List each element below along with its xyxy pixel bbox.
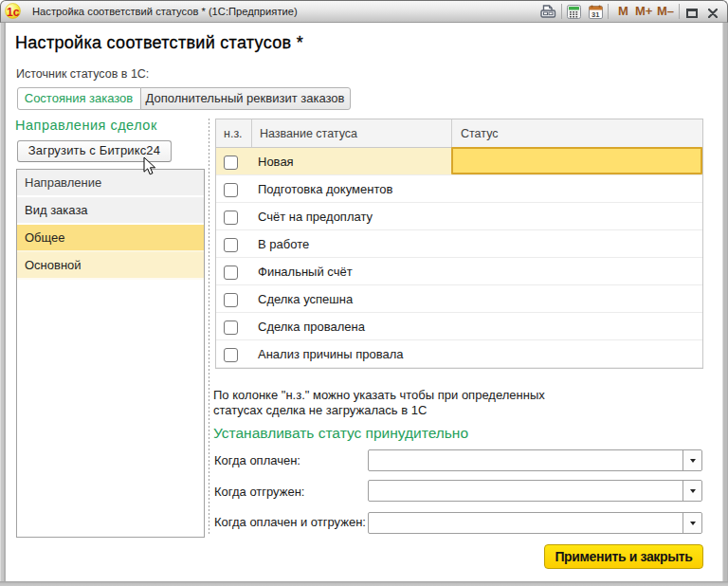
svg-text:31: 31 <box>592 10 599 19</box>
svg-text:1с: 1с <box>7 6 20 19</box>
